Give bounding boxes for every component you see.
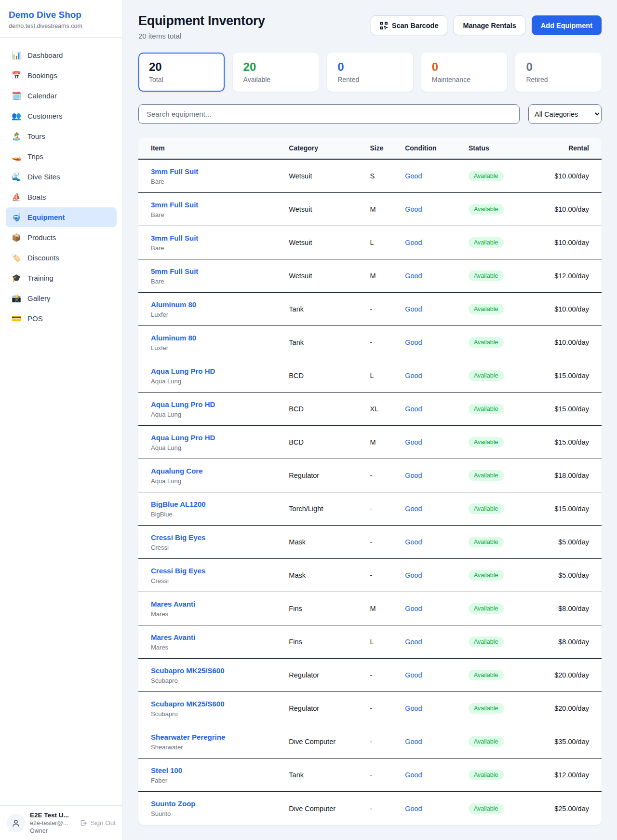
rental-cell: $15.00/day — [537, 405, 589, 413]
add-equipment-button[interactable]: Add Equipment — [532, 15, 602, 35]
item-name-link[interactable]: Aluminum 80 — [151, 300, 289, 309]
item-name-link[interactable]: Scubapro MK25/S600 — [151, 700, 289, 708]
status-cell: Available — [469, 404, 537, 414]
stat-label: Total — [149, 76, 214, 83]
item-name-link[interactable]: Steel 100 — [151, 766, 289, 774]
sidebar-item-products[interactable]: 📦 Products — [6, 228, 117, 247]
item-name-link[interactable]: Aqualung Core — [151, 467, 289, 475]
table-row: Aqua Lung Pro HD Aqua Lung BCD XL Good A… — [138, 393, 602, 426]
sidebar-item-pos[interactable]: 💳 POS — [6, 309, 117, 328]
table-row: Aluminum 80 Luxfer Tank - Good Available… — [138, 326, 602, 359]
sidebar-item-label: Tours — [27, 132, 45, 140]
item-cell: 3mm Full Suit Bare — [151, 201, 289, 218]
item-name-link[interactable]: Scubapro MK25/S600 — [151, 666, 289, 675]
size-cell: - — [370, 705, 405, 712]
rental-cell: $15.00/day — [537, 438, 589, 446]
condition-link[interactable]: Good — [405, 705, 469, 712]
sidebar-item-bookings[interactable]: 📅 Bookings — [6, 66, 117, 85]
condition-link[interactable]: Good — [405, 372, 469, 379]
condition-link[interactable]: Good — [405, 571, 469, 579]
category-select[interactable]: All Categories — [528, 104, 602, 124]
item-name-link[interactable]: Suunto Zoop — [151, 799, 289, 808]
item-name-link[interactable]: Aqua Lung Pro HD — [151, 434, 289, 442]
category-cell: Regulator — [289, 472, 370, 479]
sidebar-item-dashboard[interactable]: 📊 Dashboard — [6, 45, 117, 65]
item-cell: Shearwater Peregrine Shearwater — [151, 733, 289, 751]
condition-link[interactable]: Good — [405, 505, 469, 513]
stat-card-total[interactable]: 20 Total — [138, 53, 225, 92]
category-cell: Torch/Light — [289, 505, 370, 513]
sidebar-item-boats[interactable]: ⛵ Boats — [6, 187, 117, 207]
item-name-link[interactable]: Aluminum 80 — [151, 334, 289, 342]
sidebar-item-customers[interactable]: 👥 Customers — [6, 106, 117, 126]
item-name-link[interactable]: BigBlue AL1200 — [151, 500, 289, 508]
condition-link[interactable]: Good — [405, 538, 469, 546]
condition-link[interactable]: Good — [405, 438, 469, 446]
sidebar-item-discounts[interactable]: 🏷️ Discounts — [6, 248, 117, 268]
condition-link[interactable]: Good — [405, 339, 469, 346]
condition-link[interactable]: Good — [405, 239, 469, 246]
size-cell: - — [370, 671, 405, 679]
status-cell: Available — [469, 503, 537, 514]
condition-link[interactable]: Good — [405, 805, 469, 813]
category-cell: Fins — [289, 605, 370, 612]
sign-out-button[interactable]: Sign Out — [80, 819, 116, 827]
manage-rentals-button[interactable]: Manage Rentals — [454, 15, 525, 35]
item-cell: Mares Avanti Mares — [151, 633, 289, 651]
search-input[interactable] — [138, 104, 520, 124]
shop-name: Demo Dive Shop — [9, 10, 114, 20]
item-brand: Bare — [151, 178, 289, 185]
rental-cell: $10.00/day — [537, 305, 589, 313]
stat-value: 0 — [337, 61, 402, 73]
rental-cell: $15.00/day — [537, 372, 589, 379]
sidebar-item-label: Equipment — [27, 213, 65, 221]
item-name-link[interactable]: Mares Avanti — [151, 633, 289, 641]
condition-link[interactable]: Good — [405, 605, 469, 612]
sidebar-item-label: Training — [27, 274, 54, 282]
item-brand: Luxfer — [151, 344, 289, 352]
condition-link[interactable]: Good — [405, 638, 469, 646]
sidebar-item-gallery[interactable]: 📸 Gallery — [6, 288, 117, 308]
condition-link[interactable]: Good — [405, 172, 469, 180]
scan-barcode-button[interactable]: Scan Barcode — [371, 15, 448, 35]
item-name-link[interactable]: Cressi Big Eyes — [151, 567, 289, 575]
condition-link[interactable]: Good — [405, 671, 469, 679]
item-name-link[interactable]: Aqua Lung Pro HD — [151, 400, 289, 408]
condition-link[interactable]: Good — [405, 771, 469, 779]
status-badge: Available — [469, 237, 504, 248]
stat-card-rented[interactable]: 0 Rented — [327, 53, 413, 92]
status-badge: Available — [469, 370, 504, 381]
tours-icon: 🏝️ — [12, 132, 21, 141]
item-name-link[interactable]: 3mm Full Suit — [151, 201, 289, 209]
category-cell: Wetsuit — [289, 272, 370, 280]
item-name-link[interactable]: Shearwater Peregrine — [151, 733, 289, 741]
stat-card-available[interactable]: 20 Available — [233, 53, 319, 92]
main-content: Equipment Inventory 20 items total Scan … — [123, 0, 617, 837]
stat-value: 20 — [243, 61, 308, 73]
item-cell: Cressi Big Eyes Cressi — [151, 567, 289, 584]
condition-link[interactable]: Good — [405, 738, 469, 745]
condition-link[interactable]: Good — [405, 405, 469, 413]
item-brand: Bare — [151, 211, 289, 218]
sidebar-item-training[interactable]: 🎓 Training — [6, 268, 117, 288]
item-name-link[interactable]: Cressi Big Eyes — [151, 533, 289, 542]
item-cell: Steel 100 Faber — [151, 766, 289, 784]
condition-link[interactable]: Good — [405, 472, 469, 479]
condition-link[interactable]: Good — [405, 272, 469, 280]
category-cell: Wetsuit — [289, 239, 370, 246]
sidebar-item-equipment[interactable]: 🤿 Equipment — [6, 207, 117, 227]
stat-card-maintenance[interactable]: 0 Maintenance — [421, 53, 508, 92]
condition-link[interactable]: Good — [405, 205, 469, 213]
sidebar-item-trips[interactable]: 🚤 Trips — [6, 147, 117, 166]
avatar — [7, 814, 25, 832]
stat-card-retired[interactable]: 0 Retired — [515, 53, 602, 92]
sidebar-item-tours[interactable]: 🏝️ Tours — [6, 126, 117, 146]
item-name-link[interactable]: Mares Avanti — [151, 600, 289, 608]
item-name-link[interactable]: 3mm Full Suit — [151, 167, 289, 176]
item-name-link[interactable]: 3mm Full Suit — [151, 234, 289, 242]
sidebar-item-dive-sites[interactable]: 🌊 Dive Sites — [6, 167, 117, 187]
item-name-link[interactable]: Aqua Lung Pro HD — [151, 367, 289, 375]
sidebar-item-calendar[interactable]: 🗓️ Calendar — [6, 86, 117, 106]
condition-link[interactable]: Good — [405, 305, 469, 313]
item-name-link[interactable]: 5mm Full Suit — [151, 267, 289, 275]
